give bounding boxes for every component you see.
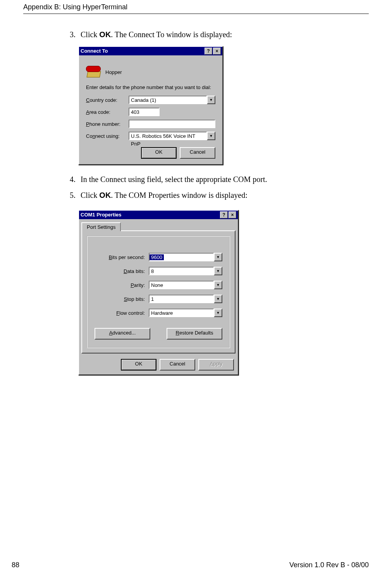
help-button[interactable]: ? [220,211,228,218]
flow-control-label: Flow control: [95,310,149,316]
connect-to-title: Connect To [81,47,204,55]
flow-control-select[interactable]: Hardware [149,309,214,317]
advanced-button[interactable]: Advanced... [95,328,150,340]
phone-icon [86,65,101,79]
cancel-button[interactable]: Cancel [160,359,195,371]
step-3-ok: OK [99,30,111,39]
ok-button[interactable]: OK [141,147,177,159]
chevron-down-icon[interactable]: ▼ [214,267,222,275]
step-5-ok: OK [99,191,111,199]
step-3-text-b: . The Connect To window is displayed: [111,30,232,39]
step-4-number: 4. [70,175,81,184]
close-button[interactable]: × [229,211,236,218]
bits-per-second-label: Bits per second: [95,254,149,260]
step-3: 3. Click OK. The Connect To window is di… [70,30,369,39]
parity-select[interactable]: None [149,281,214,289]
port-settings-group: Bits per second: 9600 ▼ Data bits: 8 ▼ [87,236,230,348]
country-code-select[interactable]: Canada (1) [129,96,207,104]
com1-properties-dialog: COM1 Properties ? × Port Settings Bits p… [78,210,239,375]
connect-using-label: Connect using: [86,133,129,139]
phone-number-label: Phone number: [86,121,129,127]
ok-button[interactable]: OK [121,359,156,371]
connect-to-titlebar[interactable]: Connect To ? × [79,47,222,55]
apply-button: Apply [198,359,234,371]
restore-defaults-button[interactable]: Restore Defaults [167,328,222,340]
area-code-label: Area code: [86,109,129,115]
connect-using-select[interactable]: U.S. Robotics 56K Voice INT PnP [129,132,207,140]
chevron-down-icon[interactable]: ▼ [214,253,222,261]
step-5: 5. Click OK. The COM Properties window i… [70,191,369,200]
version-text: Version 1.0 Rev B - 08/00 [289,561,369,569]
chevron-down-icon[interactable]: ▼ [214,281,222,289]
bits-per-second-select[interactable]: 9600 [149,253,214,261]
header-rule [23,14,369,14]
step-5-text-b: . The COM Properties window is displayed… [111,191,247,199]
step-3-text-a: Click [81,30,99,39]
stop-bits-label: Stop bits: [95,296,149,302]
chevron-down-icon[interactable]: ▼ [207,132,215,140]
close-button[interactable]: × [213,48,221,55]
chevron-down-icon[interactable]: ▼ [214,295,222,303]
stop-bits-select[interactable]: 1 [149,295,214,303]
data-bits-select[interactable]: 8 [149,267,214,275]
connect-to-dialog: Connect To ? × Hopper Enter details for … [78,46,223,165]
step-5-number: 5. [70,191,81,200]
step-4-text: In the Connect using field, select the a… [81,175,369,184]
page-header: Appendix B: Using HyperTerminal [23,0,369,11]
data-bits-label: Data bits: [95,268,149,274]
country-code-label: Country code: [86,97,129,103]
instruction-text: Enter details for the phone number that … [86,84,215,90]
com1-titlebar[interactable]: COM1 Properties ? × [79,211,238,219]
step-3-number: 3. [70,30,81,39]
parity-label: Parity: [95,282,149,288]
step-5-text-a: Click [81,191,99,199]
connection-name: Hopper [105,69,122,75]
phone-number-input[interactable] [129,120,215,128]
chevron-down-icon[interactable]: ▼ [214,309,222,317]
help-button[interactable]: ? [205,48,212,55]
page-number: 88 [12,561,19,569]
com1-title: COM1 Properties [81,211,219,219]
step-4: 4. In the Connect using field, select th… [70,175,369,184]
chevron-down-icon[interactable]: ▼ [207,96,215,104]
cancel-button[interactable]: Cancel [180,147,215,159]
area-code-input[interactable]: 403 [129,108,160,116]
tab-port-settings[interactable]: Port Settings [81,222,121,231]
